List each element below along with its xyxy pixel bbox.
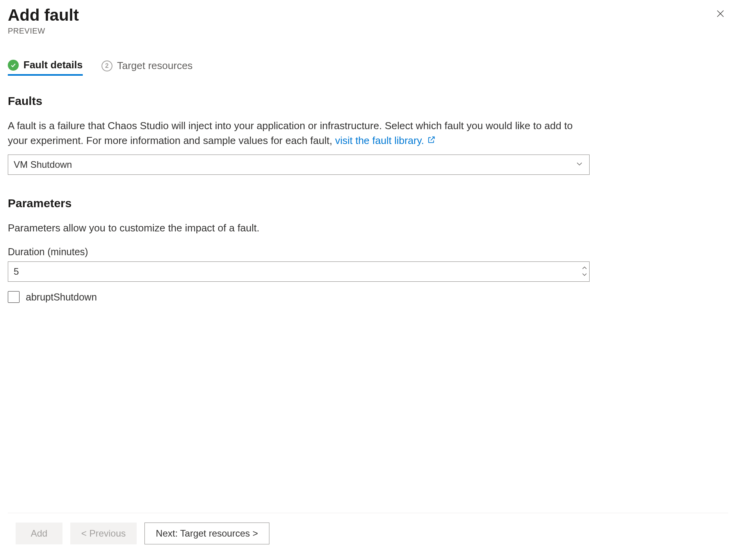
add-button: Add bbox=[16, 523, 62, 544]
step-number-icon: 2 bbox=[102, 60, 112, 71]
faults-description: A fault is a failure that Chaos Studio w… bbox=[8, 119, 590, 148]
faults-heading: Faults bbox=[8, 94, 590, 108]
step-tabs: Fault details 2 Target resources bbox=[8, 59, 728, 76]
faults-description-text: A fault is a failure that Chaos Studio w… bbox=[8, 120, 573, 146]
tab-fault-details[interactable]: Fault details bbox=[8, 59, 83, 76]
previous-button: < Previous bbox=[70, 523, 137, 544]
stepper-up-button[interactable] bbox=[582, 266, 587, 271]
fault-library-link[interactable]: visit the fault library. bbox=[335, 133, 436, 148]
stepper-down-button[interactable] bbox=[582, 272, 587, 277]
abrupt-shutdown-label[interactable]: abruptShutdown bbox=[26, 292, 97, 303]
tab-target-resources[interactable]: 2 Target resources bbox=[102, 59, 193, 76]
close-button[interactable] bbox=[713, 6, 728, 22]
footer-actions: Add < Previous Next: Target resources > bbox=[8, 513, 728, 554]
close-icon bbox=[716, 9, 725, 20]
abrupt-shutdown-checkbox[interactable] bbox=[8, 291, 20, 303]
page-title: Add fault bbox=[8, 6, 79, 24]
parameters-heading: Parameters bbox=[8, 197, 590, 210]
chevron-up-icon bbox=[582, 265, 587, 272]
fault-dropdown-value: VM Shutdown bbox=[8, 155, 590, 175]
duration-input[interactable] bbox=[8, 261, 590, 282]
fault-dropdown[interactable]: VM Shutdown bbox=[8, 155, 590, 175]
external-link-icon bbox=[427, 133, 436, 148]
duration-label: Duration (minutes) bbox=[8, 246, 590, 258]
link-text: visit the fault library. bbox=[335, 133, 424, 148]
parameters-description: Parameters allow you to customize the im… bbox=[8, 221, 590, 236]
chevron-down-icon bbox=[582, 272, 587, 278]
page-subtitle: PREVIEW bbox=[8, 27, 79, 36]
check-circle-icon bbox=[8, 60, 19, 71]
tab-label: Target resources bbox=[117, 60, 193, 72]
next-button[interactable]: Next: Target resources > bbox=[144, 523, 269, 544]
tab-label: Fault details bbox=[23, 59, 83, 71]
